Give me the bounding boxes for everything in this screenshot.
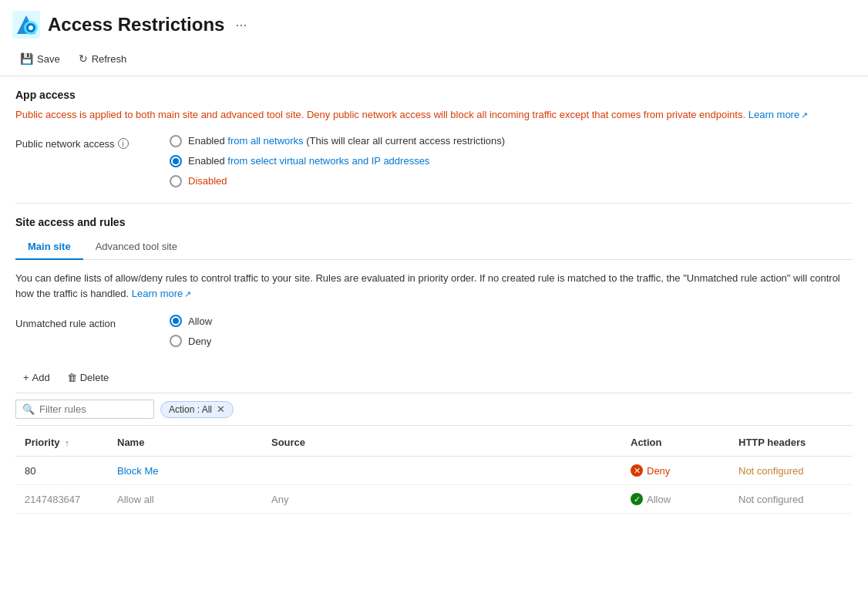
chip-close-button[interactable]: ✕ bbox=[217, 404, 225, 414]
site-access-title: Site access and rules bbox=[15, 216, 853, 228]
app-access-info: Public access is applied to both main si… bbox=[15, 107, 853, 123]
deny-icon: ✕ bbox=[631, 464, 643, 477]
save-button[interactable]: 💾 Save bbox=[12, 49, 68, 68]
http-headers-warning-1: Not configured bbox=[738, 465, 804, 477]
radio-circle-enabled-select bbox=[170, 155, 182, 167]
table-toolbar: + Add 🗑 Delete bbox=[15, 363, 853, 393]
col-header-priority: Priority ↑ bbox=[15, 429, 108, 457]
external-link-icon-1: ↗ bbox=[801, 110, 808, 120]
action-deny-text: Deny bbox=[647, 465, 670, 477]
unmatched-rule-label: Unmatched rule action bbox=[15, 315, 139, 329]
tabs-container: Main site Advanced tool site bbox=[15, 234, 853, 260]
rules-table: Priority ↑ Name Source Action HTTP heade… bbox=[15, 429, 853, 514]
save-label: Save bbox=[37, 53, 60, 65]
refresh-button[interactable]: ↻ Refresh bbox=[71, 49, 135, 68]
learn-more-link-2[interactable]: Learn more↗ bbox=[132, 288, 191, 299]
cell-priority-1: 80 bbox=[15, 457, 108, 485]
app-access-title: App access bbox=[15, 89, 853, 101]
add-icon: + bbox=[23, 372, 29, 383]
chip-label: Action : All bbox=[169, 404, 212, 415]
svg-point-4 bbox=[29, 25, 33, 30]
delete-icon: 🗑 bbox=[67, 372, 77, 383]
table-row: 80 Block Me ✕ Deny Not configured bbox=[15, 457, 853, 485]
action-allow-text: Allow bbox=[647, 494, 671, 505]
filter-bar: 🔍 Action : All ✕ bbox=[15, 393, 853, 426]
unmatched-radio-group: Allow Deny bbox=[170, 315, 212, 347]
col-header-http: HTTP headers bbox=[729, 429, 853, 457]
refresh-icon: ↻ bbox=[79, 52, 88, 65]
cell-name-2: Allow all bbox=[108, 485, 262, 514]
delete-button[interactable]: 🗑 Delete bbox=[59, 369, 117, 386]
delete-label: Delete bbox=[80, 372, 109, 383]
external-link-icon-2: ↗ bbox=[184, 289, 191, 298]
app-icon bbox=[12, 11, 40, 39]
unmatched-rule-field: Unmatched rule action Allow Deny bbox=[15, 315, 853, 347]
radio-disabled[interactable]: Disabled bbox=[170, 175, 505, 187]
col-header-name: Name bbox=[108, 429, 262, 457]
cell-priority-2: 2147483647 bbox=[15, 485, 108, 514]
public-network-access-field: Public network access i Enabled from all… bbox=[15, 135, 853, 187]
cell-source-1 bbox=[262, 457, 621, 485]
save-icon: 💾 bbox=[20, 52, 33, 65]
filter-input-wrap: 🔍 bbox=[15, 400, 154, 419]
search-icon: 🔍 bbox=[22, 403, 35, 415]
more-options-icon[interactable]: ··· bbox=[235, 17, 247, 33]
radio-allow[interactable]: Allow bbox=[170, 315, 212, 327]
radio-circle-deny bbox=[170, 335, 182, 347]
radio-circle-allow bbox=[170, 315, 182, 327]
content-area: App access Public access is applied to b… bbox=[0, 76, 868, 526]
toolbar: 💾 Save ↻ Refresh bbox=[0, 45, 868, 76]
public-network-label: Public network access i bbox=[15, 135, 139, 150]
rule-name-link-1[interactable]: Block Me bbox=[117, 465, 158, 477]
add-button[interactable]: + Add bbox=[15, 369, 58, 386]
cell-action-2: ✓ Allow bbox=[621, 485, 729, 514]
site-access-section: Site access and rules Main site Advanced… bbox=[15, 216, 853, 514]
public-network-radio-group: Enabled from all networks (This will cle… bbox=[170, 135, 505, 187]
site-access-description: You can define lists of allow/deny rules… bbox=[15, 271, 853, 303]
section-divider bbox=[15, 203, 853, 204]
cell-source-2: Any bbox=[262, 485, 621, 514]
col-header-action: Action bbox=[621, 429, 729, 457]
action-deny-indicator: ✕ Deny bbox=[631, 464, 720, 477]
learn-more-link-1[interactable]: Learn more↗ bbox=[749, 109, 808, 120]
add-label: Add bbox=[32, 372, 50, 383]
allow-icon: ✓ bbox=[631, 493, 643, 505]
table-header-row: Priority ↑ Name Source Action HTTP heade… bbox=[15, 429, 853, 457]
app-access-section: App access Public access is applied to b… bbox=[15, 89, 853, 187]
refresh-label: Refresh bbox=[92, 53, 127, 65]
action-filter-chip: Action : All ✕ bbox=[160, 401, 234, 418]
filter-rules-input[interactable] bbox=[39, 403, 147, 415]
sort-asc-icon: ↑ bbox=[65, 438, 69, 447]
radio-deny[interactable]: Deny bbox=[170, 335, 212, 347]
radio-enabled-select[interactable]: Enabled from select virtual networks and… bbox=[170, 155, 505, 167]
cell-action-1: ✕ Deny bbox=[621, 457, 729, 485]
cell-name-1: Block Me bbox=[108, 457, 262, 485]
radio-circle-disabled bbox=[170, 175, 182, 187]
cell-http-2: Not configured bbox=[729, 485, 853, 514]
action-allow-indicator: ✓ Allow bbox=[631, 493, 720, 505]
cell-http-1: Not configured bbox=[729, 457, 853, 485]
table-row: 2147483647 Allow all Any ✓ Allow Not con… bbox=[15, 485, 853, 514]
col-header-source: Source bbox=[262, 429, 621, 457]
tab-main-site[interactable]: Main site bbox=[15, 234, 83, 260]
info-circle-icon[interactable]: i bbox=[118, 138, 129, 149]
radio-circle-enabled-all bbox=[170, 135, 182, 147]
tab-advanced-tool-site[interactable]: Advanced tool site bbox=[83, 234, 190, 260]
radio-enabled-all[interactable]: Enabled from all networks (This will cle… bbox=[170, 135, 505, 147]
page-title: Access Restrictions bbox=[48, 14, 224, 35]
